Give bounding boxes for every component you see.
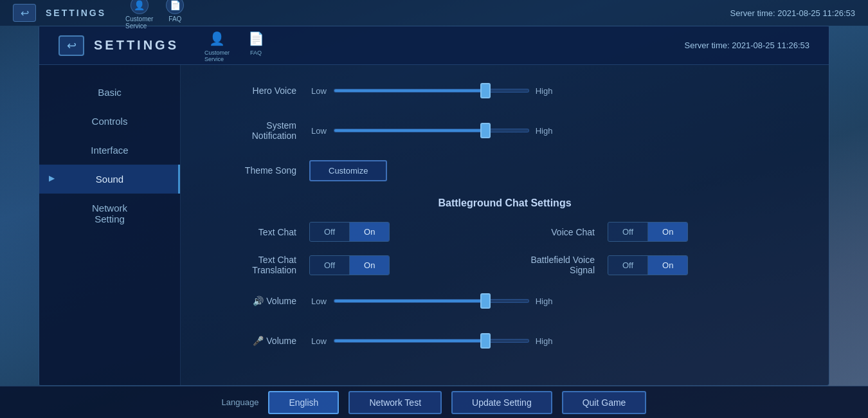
text-chat-translation-label: Text Chat Translation: [206, 255, 309, 275]
system-notification-row: System Notification Low High: [206, 118, 803, 143]
quit-game-button[interactable]: Quit Game: [562, 391, 647, 414]
translation-off-btn[interactable]: Off: [310, 256, 349, 275]
text-voice-chat-row: Text Chat Off On Voice Chat Off On: [206, 222, 803, 242]
mic-volume-high: High: [534, 336, 554, 346]
text-chat-col: Text Chat Off On: [206, 222, 505, 242]
panel-header: ↩ SETTINGS 👤 CustomerService 📄 FAQ Serve…: [39, 26, 829, 65]
panel-title: SETTINGS: [94, 38, 179, 53]
language-label: Language: [222, 397, 259, 407]
volume-low: Low: [309, 296, 329, 306]
theme-song-row: Theme Song Customize: [206, 158, 803, 183]
hero-voice-low: Low: [309, 86, 329, 96]
system-notification-label: System Notification: [206, 120, 309, 141]
text-chat-translation-col: Text Chat Translation Off On: [206, 255, 505, 275]
volume-high: High: [534, 296, 554, 306]
mic-volume-thumb[interactable]: [480, 333, 491, 349]
text-chat-on-btn[interactable]: On: [350, 223, 389, 241]
mic-volume-label: 🎤 Volume: [206, 336, 309, 346]
bvs-on-btn[interactable]: On: [648, 256, 687, 275]
theme-song-label: Theme Song: [206, 165, 309, 176]
battlefield-voice-signal-toggle[interactable]: Off On: [608, 255, 688, 275]
panel-body: Basic Controls Interface Sound Network S…: [39, 65, 829, 385]
bvs-off-btn[interactable]: Off: [608, 256, 647, 275]
mic-volume-fill: [334, 340, 486, 342]
top-back-button[interactable]: ↩: [13, 4, 36, 22]
hero-voice-thumb[interactable]: [480, 83, 491, 98]
main-panel: ↩ SETTINGS 👤 CustomerService 📄 FAQ Serve…: [39, 26, 829, 386]
customer-service-icon-circle: 👤: [131, 0, 149, 14]
customer-service-icon: 👤: [207, 28, 228, 49]
hero-voice-slider[interactable]: Low High: [309, 86, 554, 96]
hero-voice-row: Hero Voice Low High: [206, 78, 803, 104]
customize-button[interactable]: Customize: [309, 160, 387, 181]
top-customer-service-icon[interactable]: 👤 CustomerService: [125, 0, 153, 30]
top-title: SETTINGS: [46, 8, 106, 18]
sys-notif-thumb[interactable]: [480, 123, 491, 138]
mic-volume-track[interactable]: [334, 339, 529, 343]
hero-voice-label: Hero Voice: [206, 86, 309, 96]
hero-voice-track[interactable]: [334, 89, 529, 93]
volume-row: 🔊 Volume Low High: [206, 288, 803, 314]
text-chat-translation-toggle[interactable]: Off On: [309, 255, 390, 275]
voice-chat-on-btn[interactable]: On: [648, 223, 687, 241]
sidebar-item-sound[interactable]: Sound: [39, 165, 180, 194]
voice-chat-toggle[interactable]: Off On: [608, 222, 688, 242]
volume-fill: [334, 300, 486, 302]
volume-thumb[interactable]: [480, 293, 491, 309]
hero-voice-fill: [334, 89, 486, 92]
system-notification-slider[interactable]: Low High: [309, 126, 554, 136]
update-setting-button[interactable]: Update Setting: [451, 391, 552, 414]
sidebar: Basic Controls Interface Sound Network S…: [39, 65, 181, 385]
text-chat-label: Text Chat: [206, 227, 309, 237]
faq-button[interactable]: 📄 FAQ: [246, 28, 266, 62]
sidebar-item-network-setting[interactable]: Network Setting: [39, 194, 180, 233]
mic-volume-slider[interactable]: Low High: [309, 336, 554, 346]
voice-chat-label: Voice Chat: [505, 227, 608, 237]
sidebar-item-controls[interactable]: Controls: [39, 107, 180, 136]
bottom-bar: Language English Network Test Update Set…: [0, 386, 868, 418]
mic-volume-low: Low: [309, 336, 329, 346]
top-server-time: Server time: 2021-08-25 11:26:53: [730, 8, 855, 18]
panel-back-button[interactable]: ↩: [59, 35, 84, 56]
sys-notif-fill: [334, 129, 486, 132]
voice-chat-col: Voice Chat Off On: [505, 222, 803, 242]
language-english-button[interactable]: English: [268, 391, 339, 414]
volume-label: 🔊 Volume: [206, 296, 309, 306]
hero-voice-high: High: [534, 86, 554, 96]
translation-signal-row: Text Chat Translation Off On Battlefield…: [206, 255, 803, 275]
network-test-button[interactable]: Network Test: [348, 391, 442, 414]
battleground-chat-title: Battleground Chat Settings: [206, 197, 803, 209]
top-icons: 👤 CustomerService 📄 FAQ: [125, 0, 184, 30]
top-bar: ↩ SETTINGS 👤 CustomerService 📄 FAQ Serve…: [0, 0, 868, 26]
sys-notif-track[interactable]: [334, 129, 529, 132]
content-area: Hero Voice Low High System Notification …: [181, 65, 829, 385]
text-chat-off-btn[interactable]: Off: [310, 223, 349, 241]
panel-header-icons: 👤 CustomerService 📄 FAQ: [204, 28, 266, 62]
text-chat-toggle[interactable]: Off On: [309, 222, 390, 242]
battlefield-voice-signal-label: Battlefield Voice Signal: [505, 255, 608, 275]
mic-volume-row: 🎤 Volume Low High: [206, 328, 803, 354]
volume-track[interactable]: [334, 299, 529, 303]
sidebar-item-interface[interactable]: Interface: [39, 136, 180, 165]
sys-notif-low: Low: [309, 126, 329, 136]
battlefield-voice-signal-col: Battlefield Voice Signal Off On: [505, 255, 803, 275]
sidebar-item-basic[interactable]: Basic: [39, 78, 180, 107]
volume-slider[interactable]: Low High: [309, 296, 554, 306]
faq-icon: 📄: [246, 28, 266, 49]
top-faq-icon[interactable]: 📄 FAQ: [166, 0, 184, 30]
panel-server-time: Server time: 2021-08-25 11:26:53: [685, 41, 809, 50]
voice-chat-off-btn[interactable]: Off: [608, 223, 647, 241]
translation-on-btn[interactable]: On: [350, 256, 389, 275]
faq-icon-circle: 📄: [166, 0, 184, 14]
sys-notif-high: High: [534, 126, 554, 136]
customer-service-button[interactable]: 👤 CustomerService: [204, 28, 230, 62]
